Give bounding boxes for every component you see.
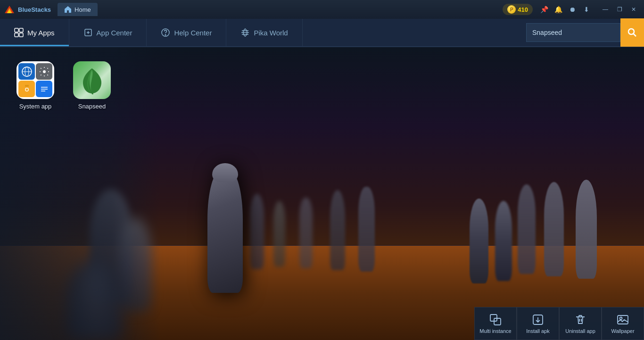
apps-grid: System app Snapseed — [14, 61, 113, 110]
chess-piece-right-2 — [544, 182, 564, 276]
globe-icon — [18, 63, 35, 80]
search-input[interactable] — [532, 29, 614, 36]
wallpaper-label: Wallpaper — [611, 328, 634, 334]
settings-gear-icon — [36, 63, 52, 80]
restore-button[interactable]: ❐ — [613, 3, 626, 16]
window-controls: — ❐ ✕ — [599, 3, 640, 16]
wallpaper-icon — [617, 314, 629, 326]
search-button[interactable] — [620, 18, 644, 47]
svg-rect-23 — [490, 315, 497, 321]
home-tab[interactable]: Home — [58, 3, 98, 16]
uninstall-app-label: Uninstall app — [565, 328, 595, 334]
tab-pika-world[interactable]: Pika World — [226, 19, 302, 46]
tab-app-center[interactable]: App Center — [69, 19, 147, 46]
system-app-label: System app — [19, 103, 52, 110]
home-tab-label: Home — [74, 6, 91, 13]
settings-icon[interactable]: ⬇ — [582, 5, 591, 14]
logo-area: BlueStacks — [4, 4, 51, 15]
record-icon[interactable]: ⏺ — [568, 5, 577, 14]
tab-help-center-label: Help Center — [174, 29, 212, 37]
wallpaper-button[interactable]: Wallpaper — [602, 307, 644, 340]
chess-piece-bg-2 — [273, 201, 285, 267]
list-icon — [36, 81, 52, 97]
chess-piece-bg-5 — [358, 187, 375, 272]
app-item-snapseed[interactable]: Snapseed — [71, 61, 113, 110]
tab-help-center[interactable]: Help Center — [147, 19, 226, 46]
chess-piece-right-3 — [576, 180, 597, 279]
svg-rect-24 — [494, 318, 501, 325]
multi-instance-label: Multi instance — [479, 328, 511, 334]
chess-piece-bg-1 — [250, 194, 264, 269]
my-apps-icon — [14, 28, 24, 37]
home-icon — [64, 6, 72, 13]
svg-rect-4 — [19, 28, 23, 32]
pin-icon[interactable]: 📌 — [539, 5, 549, 14]
svg-rect-5 — [15, 33, 18, 37]
chess-piece-bg-3 — [299, 198, 313, 268]
camera-icon — [18, 81, 35, 97]
svg-point-9 — [165, 34, 166, 35]
chess-piece-mid-right — [495, 201, 512, 281]
app-item-system[interactable]: System app — [14, 61, 57, 110]
tab-my-apps[interactable]: My Apps — [0, 19, 69, 46]
search-icon — [627, 27, 637, 38]
chess-piece-mid-right-2 — [470, 199, 488, 283]
close-button[interactable]: ✕ — [627, 3, 640, 16]
titlebar: BlueStacks Home P 410 📌 🔔 ⏺ ⬇ — ❐ ✕ — [0, 0, 644, 19]
main-content: System app Snapseed — [0, 47, 644, 340]
bluestacks-logo-icon — [4, 4, 15, 15]
minimize-button[interactable]: — — [599, 3, 612, 16]
search-area — [526, 19, 644, 46]
app-center-icon — [83, 28, 93, 37]
snapseed-icon — [73, 61, 111, 99]
search-input-wrap — [526, 23, 620, 42]
system-app-icon — [17, 61, 54, 99]
svg-point-27 — [620, 317, 622, 319]
tab-app-center-label: App Center — [97, 29, 132, 37]
points-badge[interactable]: P 410 — [503, 4, 533, 15]
tab-pika-world-label: Pika World — [254, 29, 288, 37]
chess-piece-bg-4 — [330, 190, 345, 270]
tab-my-apps-label: My Apps — [27, 29, 55, 37]
install-apk-label: Install apk — [526, 328, 550, 334]
svg-point-10 — [628, 29, 634, 34]
brand-name: BlueStacks — [18, 6, 51, 13]
install-apk-icon — [532, 314, 544, 326]
chess-piece-right-1 — [518, 184, 536, 274]
navbar: My Apps App Center Help Center Pika Worl… — [0, 19, 644, 47]
points-coin-icon: P — [507, 5, 516, 14]
multi-instance-button[interactable]: Multi instance — [474, 307, 517, 340]
svg-rect-26 — [618, 315, 628, 324]
svg-rect-6 — [19, 33, 23, 37]
uninstall-icon — [574, 314, 586, 326]
notification-icon[interactable]: 🔔 — [553, 5, 563, 14]
svg-rect-18 — [25, 85, 29, 87]
pika-world-icon — [240, 28, 250, 37]
svg-rect-3 — [15, 28, 18, 32]
install-apk-button[interactable]: Install apk — [517, 307, 559, 340]
svg-point-14 — [43, 70, 46, 73]
multi-instance-icon — [489, 314, 502, 326]
chess-piece-main — [207, 170, 243, 293]
snapseed-leaf-svg — [79, 66, 105, 94]
svg-point-17 — [25, 88, 28, 91]
titlebar-icons: 📌 🔔 ⏺ ⬇ — [539, 5, 591, 14]
uninstall-app-button[interactable]: Uninstall app — [559, 307, 602, 340]
points-value: 410 — [518, 6, 528, 13]
help-icon — [161, 28, 170, 37]
bottom-toolbar: Multi instance Install apk Uninstall app… — [474, 307, 644, 340]
snapseed-label: Snapseed — [78, 103, 106, 110]
